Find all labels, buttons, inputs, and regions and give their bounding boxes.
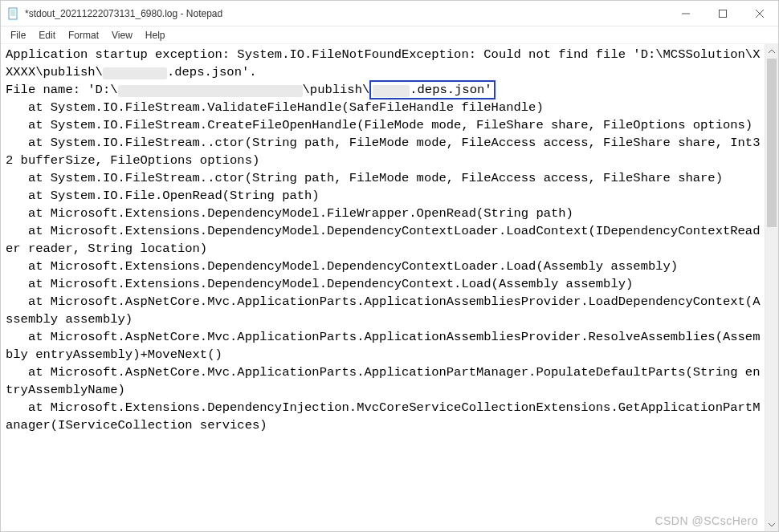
- log-line: at Microsoft.AspNetCore.Mvc.ApplicationP…: [6, 365, 760, 397]
- log-line: \publish\: [303, 83, 370, 97]
- titlebar[interactable]: *stdout_20211222073131_6980.log - Notepa…: [1, 1, 778, 26]
- minimize-button[interactable]: [667, 1, 704, 26]
- log-line: at System.IO.FileStream..ctor(String pat…: [6, 136, 760, 168]
- log-line: at System.IO.File.OpenRead(String path): [6, 189, 320, 203]
- scroll-thumb[interactable]: [767, 59, 777, 227]
- menu-help[interactable]: Help: [139, 28, 172, 43]
- log-line: at Microsoft.Extensions.DependencyModel.…: [6, 277, 633, 291]
- scroll-down-arrow[interactable]: [765, 518, 778, 531]
- maximize-button[interactable]: [704, 1, 741, 26]
- menu-edit[interactable]: Edit: [32, 28, 62, 43]
- redacted-path: [118, 85, 303, 97]
- log-line: .deps.json': [410, 83, 491, 97]
- menu-format[interactable]: Format: [62, 28, 105, 43]
- text-area[interactable]: Application startup exception: System.IO…: [1, 44, 765, 531]
- log-line: at Microsoft.AspNetCore.Mvc.ApplicationP…: [6, 330, 760, 362]
- log-line: at System.IO.FileStream.CreateFileOpenHa…: [6, 118, 752, 132]
- notepad-icon: [7, 7, 20, 20]
- vertical-scrollbar[interactable]: [765, 44, 778, 531]
- menubar: File Edit Format View Help: [1, 26, 778, 44]
- window-title: *stdout_20211222073131_6980.log - Notepa…: [25, 8, 667, 19]
- content-wrapper: Application startup exception: System.IO…: [1, 44, 778, 531]
- log-line: at System.IO.FileStream..ctor(String pat…: [6, 171, 723, 185]
- log-line: at Microsoft.Extensions.DependencyInject…: [6, 400, 760, 433]
- log-line: at Microsoft.Extensions.DependencyModel.…: [6, 259, 678, 274]
- redacted-path: [373, 85, 410, 97]
- log-line: at Microsoft.AspNetCore.Mvc.ApplicationP…: [6, 294, 760, 327]
- log-line: at Microsoft.Extensions.DependencyModel.…: [6, 206, 573, 221]
- log-line: .deps.json'.: [167, 65, 257, 79]
- log-line: File name: 'D:\: [6, 83, 118, 97]
- menu-view[interactable]: View: [105, 28, 139, 43]
- scroll-up-arrow[interactable]: [765, 44, 778, 58]
- notepad-window: *stdout_20211222073131_6980.log - Notepa…: [0, 0, 779, 532]
- redacted-path: [103, 67, 167, 79]
- window-controls: [667, 1, 778, 26]
- highlight-box: .deps.json': [369, 80, 495, 99]
- menu-file[interactable]: File: [4, 28, 32, 43]
- close-button[interactable]: [741, 1, 778, 26]
- log-line: at System.IO.FileStream.ValidateFileHand…: [6, 100, 544, 115]
- svg-rect-6: [720, 10, 727, 17]
- log-line: at Microsoft.Extensions.DependencyModel.…: [6, 224, 760, 256]
